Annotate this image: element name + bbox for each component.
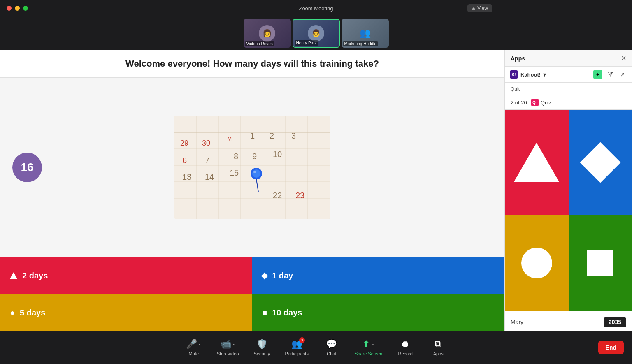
answer-label-red: 2 days <box>22 271 48 281</box>
calendar-svg: 29 30 M 1 2 3 6 7 8 9 10 13 14 15 16 22 <box>174 116 330 219</box>
kahoot-square-shape <box>587 250 613 276</box>
kahoot-chevron: ▾ <box>543 72 546 78</box>
window-title: Zoom Meeting <box>299 5 333 12</box>
question-header: Welcome everyone! How many days will thi… <box>0 50 504 78</box>
kahoot-diamond-shape <box>580 142 620 183</box>
answer-grid: 2 days 1 day ● 5 days ■ 10 days <box>0 257 504 331</box>
camera-strip: 👩 Victoria Reyes 👨 Henry Park 👥 Marketin… <box>0 16 632 50</box>
toolbar-item-apps[interactable]: ⧉ Apps <box>422 336 455 359</box>
svg-text:22: 22 <box>273 191 282 200</box>
svg-text:29: 29 <box>180 139 188 147</box>
video-caret: ▲ <box>232 343 235 346</box>
security-label: Security <box>254 351 270 356</box>
minimize-button[interactable] <box>15 6 20 11</box>
traffic-lights <box>7 6 28 11</box>
toolbar: 🎤 ▲ Mute 📹 ▲ Stop Video 🛡️ Security 👥 3 … <box>0 331 632 364</box>
filter-icon-button[interactable]: ⧩ <box>606 70 615 79</box>
kahoot-actions: + ⧩ ↗ <box>593 70 627 79</box>
svg-text:2: 2 <box>270 131 274 140</box>
kahoot-cell-yellow[interactable] <box>505 215 569 311</box>
grid-icon: ⊞ <box>472 5 476 11</box>
apps-label: Apps <box>433 351 444 356</box>
maximize-button[interactable] <box>23 6 28 11</box>
end-button[interactable]: End <box>598 341 624 354</box>
apps-icon: ⧉ <box>435 339 441 350</box>
kahoot-cell-blue[interactable] <box>569 110 632 215</box>
zoom-content-area: Welcome everyone! How many days will thi… <box>0 50 504 331</box>
svg-text:M: M <box>228 136 232 142</box>
quiz-label: Quiz <box>541 100 552 106</box>
toolbar-item-mute[interactable]: 🎤 ▲ Mute <box>177 336 210 359</box>
svg-text:23: 23 <box>295 191 304 200</box>
svg-text:30: 30 <box>202 139 210 147</box>
player-score: 2035 <box>604 317 626 327</box>
video-icon: 📹 <box>220 339 231 350</box>
camera-tile-victoria[interactable]: 👩 Victoria Reyes <box>244 19 291 48</box>
chat-icon: 💬 <box>326 339 337 350</box>
answer-btn-red[interactable]: 2 days <box>0 257 252 294</box>
toolbar-item-participants[interactable]: 👥 3 Participants <box>278 336 315 359</box>
answer-btn-yellow[interactable]: ● 5 days <box>0 294 252 331</box>
camera-tile-marketing[interactable]: 👥 Marketing Huddle <box>342 19 389 48</box>
triangle-icon <box>10 272 17 279</box>
close-button[interactable] <box>7 6 12 11</box>
quiz-count: 2 of 20 <box>511 100 527 106</box>
participants-count: 3 <box>299 337 305 343</box>
kahoot-cell-green[interactable] <box>569 215 632 311</box>
svg-text:8: 8 <box>234 152 238 161</box>
diamond-icon <box>262 271 267 281</box>
player-name: Mary <box>511 319 523 325</box>
quit-button[interactable]: Quit <box>511 86 520 92</box>
question-text: Welcome everyone! How many days will thi… <box>8 58 496 69</box>
kahoot-label: Kahoot! <box>520 72 541 78</box>
main-content: Welcome everyone! How many days will thi… <box>0 50 632 331</box>
answer-btn-blue[interactable]: 1 day <box>252 257 504 294</box>
view-button[interactable]: ⊞ View <box>467 4 492 12</box>
player-bar: Mary 2035 <box>505 313 632 331</box>
stop-video-label: Stop Video <box>217 351 239 356</box>
svg-text:6: 6 <box>182 156 187 165</box>
apps-sidebar: Apps ✕ K! Kahoot! ▾ + ⧩ ↗ Quit 2 of 20 <box>504 50 632 331</box>
square-icon: ■ <box>262 308 267 318</box>
record-icon: ⏺ <box>401 339 410 350</box>
record-label: Record <box>398 351 412 356</box>
svg-text:9: 9 <box>252 152 257 161</box>
toolbar-item-chat[interactable]: 💬 Chat <box>315 336 348 359</box>
svg-point-30 <box>252 169 260 178</box>
security-icon: 🛡️ <box>256 339 267 350</box>
apps-panel-title: Apps <box>511 55 525 62</box>
mute-caret: ▲ <box>198 343 201 346</box>
mute-label: Mute <box>189 351 199 356</box>
apps-header: Apps ✕ <box>505 50 632 67</box>
answer-label-yellow: 5 days <box>20 308 45 318</box>
toolbar-item-security[interactable]: 🛡️ Security <box>245 336 278 359</box>
external-link-icon-button[interactable]: ↗ <box>618 70 627 79</box>
mute-icon: 🎤 <box>186 339 197 350</box>
calendar-image: 29 30 M 1 2 3 6 7 8 9 10 13 14 15 16 22 <box>174 116 330 219</box>
camera-label-marketing: Marketing Huddle <box>343 41 378 46</box>
answer-label-blue: 1 day <box>272 271 293 281</box>
quiz-icon: Q <box>531 99 539 106</box>
question-body: 16 <box>0 78 504 257</box>
toolbar-item-record[interactable]: ⏺ Record <box>389 336 422 359</box>
share-screen-icon: ⬆ <box>362 339 370 350</box>
toolbar-item-share-screen[interactable]: ⬆ ▲ Share Screen <box>348 336 389 359</box>
toolbar-item-stop-video[interactable]: 📹 ▲ Stop Video <box>210 336 246 359</box>
svg-text:10: 10 <box>273 150 282 159</box>
add-icon-button[interactable]: + <box>593 70 602 79</box>
kahoot-answers-grid <box>505 110 632 311</box>
kahoot-name[interactable]: K! Kahoot! ▾ <box>510 70 546 79</box>
camera-tile-henry[interactable]: 👨 Henry Park <box>293 19 340 48</box>
svg-text:Q: Q <box>532 100 536 105</box>
answer-label-green: 10 days <box>272 308 302 318</box>
kahoot-cell-red[interactable] <box>505 110 569 215</box>
svg-point-31 <box>253 171 256 173</box>
kahoot-logo: K! <box>510 70 518 79</box>
camera-label-henry: Henry Park <box>295 40 318 46</box>
apps-close-button[interactable]: ✕ <box>621 54 626 62</box>
chat-label: Chat <box>327 351 336 356</box>
quiz-badge-button[interactable]: Q Quiz <box>531 99 552 106</box>
participants-label: Participants <box>285 351 308 356</box>
answer-btn-green[interactable]: ■ 10 days <box>252 294 504 331</box>
title-bar: Zoom Meeting ⊞ View <box>0 0 632 16</box>
